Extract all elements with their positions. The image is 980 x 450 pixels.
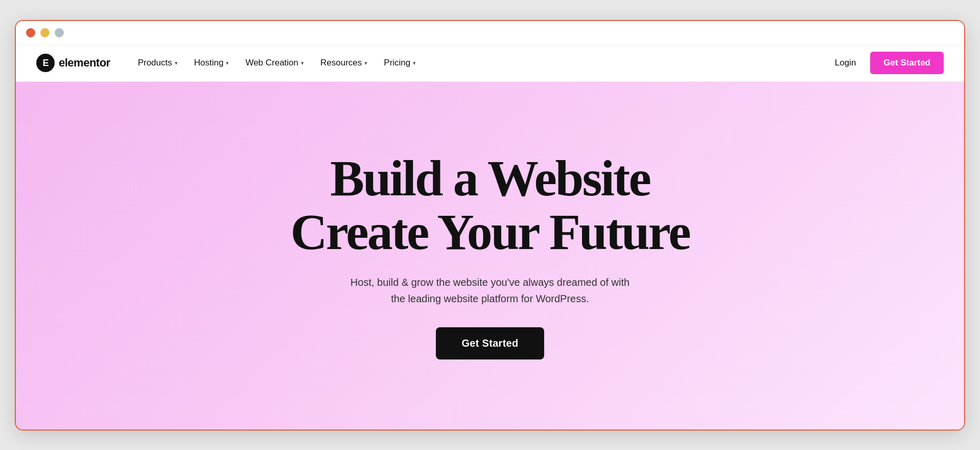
logo-text: elementor <box>59 56 110 70</box>
navbar: E elementor Products ▾ Hosting ▾ Web Cre… <box>16 45 964 82</box>
hero-subtitle: Host, build & grow the website you've al… <box>347 274 633 307</box>
login-button[interactable]: Login <box>829 54 862 72</box>
nav-actions: Login Get Started <box>829 52 944 74</box>
hero-title-line1: Build a Website <box>330 150 650 207</box>
hero-section: Build a Website Create Your Future Host,… <box>16 82 964 430</box>
browser-window: E elementor Products ▾ Hosting ▾ Web Cre… <box>15 20 965 431</box>
logo-letter: E <box>42 58 48 69</box>
hero-title-line2: Create Your Future <box>290 204 689 260</box>
chevron-down-icon-products: ▾ <box>175 60 178 66</box>
chevron-down-icon-resources: ▾ <box>364 60 367 66</box>
chevron-down-icon-web-creation: ▾ <box>301 60 304 66</box>
chevron-down-icon-hosting: ▾ <box>226 60 229 66</box>
nav-item-pricing[interactable]: Pricing ▾ <box>377 54 423 72</box>
traffic-light-gray[interactable] <box>55 28 64 37</box>
hero-get-started-button[interactable]: Get Started <box>436 327 544 359</box>
nav-label-products: Products <box>138 58 172 68</box>
logo-area[interactable]: E elementor <box>36 54 110 72</box>
traffic-light-yellow[interactable] <box>40 28 50 37</box>
nav-items: Products ▾ Hosting ▾ Web Creation ▾ Reso… <box>131 54 829 72</box>
nav-item-products[interactable]: Products ▾ <box>131 54 185 72</box>
nav-label-hosting: Hosting <box>194 58 224 68</box>
traffic-light-red[interactable] <box>26 28 35 37</box>
nav-item-hosting[interactable]: Hosting ▾ <box>187 54 237 72</box>
nav-label-web-creation: Web Creation <box>245 58 298 68</box>
elementor-logo-icon: E <box>36 54 55 72</box>
nav-label-pricing: Pricing <box>384 58 410 68</box>
chevron-down-icon-pricing: ▾ <box>413 60 416 66</box>
hero-title: Build a Website Create Your Future <box>290 151 689 259</box>
browser-chrome <box>16 21 964 45</box>
get-started-button-nav[interactable]: Get Started <box>870 52 944 74</box>
nav-label-resources: Resources <box>320 58 362 68</box>
nav-item-web-creation[interactable]: Web Creation ▾ <box>238 54 311 72</box>
nav-item-resources[interactable]: Resources ▾ <box>313 54 375 72</box>
